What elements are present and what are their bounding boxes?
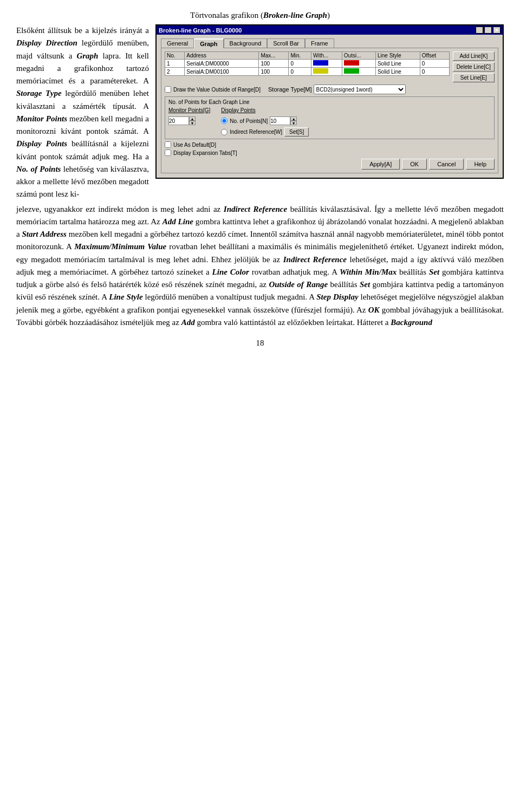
apply-button[interactable]: Apply[A] (361, 159, 400, 170)
use-default-checkbox[interactable] (165, 141, 171, 148)
draw-outside-checkbox[interactable] (165, 86, 171, 93)
line-buttons: Add Line[K] Delete Line[C] Set Line[E] (453, 51, 495, 82)
cell-offset: 0 (420, 60, 449, 68)
tab-background[interactable]: Background (224, 38, 268, 48)
monitor-spin-up[interactable]: ▲ (189, 116, 196, 121)
delete-line-button[interactable]: Delete Line[C] (453, 62, 495, 72)
cell-outsi-color (342, 60, 375, 68)
cell-min: 0 (289, 68, 311, 76)
points-section: No. of Points for Each Graph Line Monito… (165, 96, 495, 139)
col-with: With... (311, 52, 342, 60)
cell-no: 2 (165, 68, 185, 76)
monitor-points-col: Monitor Points[G] ▲ ▼ (168, 107, 210, 125)
lines-table: No. Address Max... Min. With... Outsi...… (165, 51, 450, 76)
set-button[interactable]: Set[S] (284, 127, 309, 137)
page-number: 18 (16, 339, 504, 348)
col-min: Min. (289, 52, 311, 60)
page-content: Törtvonalas grafikon (Broken-line Graph)… (16, 11, 504, 348)
col-no: No. (165, 52, 185, 60)
indirect-reference-label: Indirect Reference[W] (230, 129, 282, 135)
cell-offset: 0 (420, 68, 449, 76)
set-line-button[interactable]: Set Line[E] (453, 73, 495, 82)
dialog-tabs: General Graph Background Scroll Bar Fram… (161, 38, 498, 48)
draw-checkbox-row: Draw the Value Outside of Range[D] (165, 86, 261, 93)
title-text: Törtvonalas grafikon (Broken-line Graph) (190, 11, 330, 20)
no-of-points-radio-row: No. of Points[N] ▲ ▼ (221, 116, 309, 125)
display-spin: ▲ ▼ (270, 116, 297, 125)
indirect-reference-radio[interactable] (221, 129, 227, 135)
dialog-titlebar: Broken-line Graph - BLG0000 _ □ ✕ (157, 25, 503, 35)
points-inner: Monitor Points[G] ▲ ▼ (168, 107, 491, 137)
table-area: No. Address Max... Min. With... Outsi...… (165, 51, 495, 82)
dialog-body: General Graph Background Scroll Bar Fram… (157, 35, 503, 178)
right-column: Broken-line Graph - BLG0000 _ □ ✕ Genera… (155, 24, 504, 179)
table-row[interactable]: 1 SerialA:DM00000 100 0 Solid Line 0 (165, 60, 450, 68)
use-default-row: Use As Default[D] (165, 141, 495, 148)
title-bold: Broken-line Graph (263, 11, 327, 20)
titlebar-buttons: _ □ ✕ (476, 27, 500, 34)
dialog-panel: No. Address Max... Min. With... Outsi...… (161, 48, 498, 173)
display-points-input[interactable] (270, 116, 290, 125)
dialog-window: Broken-line Graph - BLG0000 _ □ ✕ Genera… (155, 24, 504, 179)
tab-general[interactable]: General (161, 38, 194, 48)
display-expansion-row: Display Expansion Tabs[T] (165, 150, 495, 156)
col-address: Address (185, 52, 259, 60)
col-linestyle: Line Style (375, 52, 420, 60)
cell-outsi-color (342, 68, 375, 76)
monitor-spin-down[interactable]: ▼ (189, 121, 196, 125)
left-column: Elsőként állítsuk be a kijelzés irányát … (16, 24, 149, 201)
display-spin-down[interactable]: ▼ (290, 121, 297, 125)
table-row[interactable]: 2 SerialA:DM00100 100 0 Solid Line 0 (165, 68, 450, 76)
help-button[interactable]: Help (466, 159, 495, 170)
display-spinbtns: ▲ ▼ (290, 116, 297, 125)
col-max: Max... (259, 52, 289, 60)
left-text: Elsőként állítsuk be a kijelzés irányát … (16, 24, 149, 201)
cell-with-color (311, 60, 342, 68)
bottom-checkboxes: Use As Default[D] Display Expansion Tabs… (165, 141, 495, 156)
cell-min: 0 (289, 60, 311, 68)
draw-label-text: Draw the Value Outside of Range[D] (173, 87, 261, 93)
tab-graph[interactable]: Graph (194, 38, 223, 48)
cell-with-color (311, 68, 342, 76)
cell-address: SerialA:DM00000 (185, 60, 259, 68)
monitor-spin: ▲ ▼ (168, 116, 210, 125)
after-dialog-paragraph: jelezve, ugyanakkor ezt indirekt módon i… (16, 203, 504, 329)
cell-no: 1 (165, 60, 185, 68)
cell-linestyle: Solid Line (375, 68, 420, 76)
use-default-label: Use As Default[D] (173, 142, 216, 148)
col-outsi: Outsi... (342, 52, 375, 60)
storage-type-select[interactable]: BCD2(unsigned 1word) (314, 85, 406, 94)
cell-linestyle: Solid Line (375, 60, 420, 68)
monitor-points-input[interactable] (168, 116, 189, 125)
storage-label: Storage Type[M] (268, 86, 312, 93)
cell-max: 100 (259, 68, 289, 76)
display-points-col: Display Points No. of Points[N] ▲ (221, 107, 309, 137)
monitor-points-label: Monitor Points[G] (168, 107, 210, 113)
no-of-points-radio-label: No. of Points[N] (230, 118, 268, 124)
draw-storage-row: Draw the Value Outside of Range[D] Stora… (165, 85, 495, 94)
display-expansion-label: Display Expansion Tabs[T] (173, 150, 237, 156)
dialog-title: Broken-line Graph - BLG0000 (159, 27, 242, 34)
storage-type-row: Storage Type[M] BCD2(unsigned 1word) (268, 85, 406, 94)
tab-frame[interactable]: Frame (305, 38, 334, 48)
page-title: Törtvonalas grafikon (Broken-line Graph) (16, 11, 504, 20)
maximize-button[interactable]: □ (484, 27, 492, 34)
add-line-button[interactable]: Add Line[K] (453, 51, 495, 61)
ok-button[interactable]: OK (402, 159, 427, 170)
tab-scrollbar[interactable]: Scroll Bar (267, 38, 305, 48)
points-section-title: No. of Points for Each Graph Line (168, 99, 491, 105)
indirect-radio-row: Indirect Reference[W] Set[S] (221, 127, 309, 137)
minimize-button[interactable]: _ (476, 27, 483, 34)
cell-address: SerialA:DM00100 (185, 68, 259, 76)
close-button[interactable]: ✕ (493, 27, 500, 34)
cancel-button[interactable]: Cancel (429, 159, 464, 170)
table-wrapper: No. Address Max... Min. With... Outsi...… (165, 51, 450, 78)
monitor-spinbtns: ▲ ▼ (189, 116, 196, 125)
draw-outside-label: Draw the Value Outside of Range[D] (173, 87, 261, 93)
display-spin-up[interactable]: ▲ (290, 116, 297, 121)
display-expansion-checkbox[interactable] (165, 150, 171, 156)
no-of-points-radio[interactable] (221, 118, 227, 124)
col-offset: Offset (420, 52, 449, 60)
two-column-layout: Elsőként állítsuk be a kijelzés irányát … (16, 24, 504, 201)
after-dialog-text: jelezve, ugyanakkor ezt indirekt módon i… (16, 203, 504, 329)
